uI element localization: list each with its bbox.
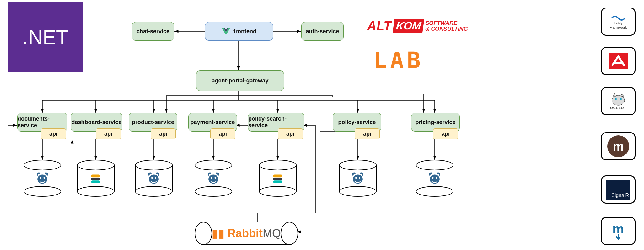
- rabbitmq-label-2: MQ: [263, 227, 281, 240]
- svg-text:m: m: [612, 221, 624, 236]
- node-chat-service: chat-service: [132, 22, 174, 41]
- vue-icon: [222, 28, 230, 35]
- altkom-logo: ALT KOM SOFTWARE & CONSULTING: [367, 19, 468, 33]
- api-badge-product: api: [151, 128, 176, 139]
- lab-logo: LAB: [373, 47, 424, 73]
- node-frontend: frontend: [205, 22, 273, 41]
- dashboard-service-label: dashboard-service: [71, 119, 121, 126]
- postgres-icon: [351, 171, 365, 189]
- node-auth-service: auth-service: [301, 22, 344, 41]
- svg-marker-32: [613, 93, 616, 96]
- svg-point-31: [620, 98, 622, 100]
- elastic-icon: [89, 171, 103, 189]
- db-documents: [24, 160, 61, 197]
- elastic-icon: [271, 171, 285, 189]
- product-service-label: product-service: [132, 119, 174, 126]
- svg-marker-33: [621, 93, 624, 96]
- postgres-icon: [427, 171, 442, 189]
- lab-label: LAB: [373, 47, 424, 73]
- tile-mediatr: m: [601, 217, 636, 245]
- svg-point-30: [615, 98, 617, 100]
- ocelot-icon: [609, 92, 628, 106]
- pricing-service-label: pricing-service: [415, 119, 455, 126]
- marten-label: m: [613, 139, 624, 154]
- dotnet-wave-icon: [611, 14, 625, 21]
- nhibernate-icon: [607, 52, 629, 70]
- rabbit-icon: ▮▮: [212, 227, 224, 240]
- dotnet-logo: .NET: [8, 2, 83, 72]
- documents-service-label: documents-service: [18, 116, 67, 129]
- payment-service-label: payment-service: [190, 119, 235, 126]
- tile-entity-framework: Entity Framework: [601, 8, 636, 36]
- db-dashboard: [77, 160, 115, 197]
- db-product: [135, 160, 173, 197]
- api-badge-pricing: api: [433, 128, 458, 139]
- gateway-label: agent-portal-gateway: [212, 77, 268, 84]
- api-badge-policy-search: api: [278, 128, 303, 139]
- ef-line1: Entity: [614, 21, 623, 25]
- tile-nhibernate: [601, 47, 636, 75]
- altkom-tag2: & CONSULTING: [425, 26, 468, 32]
- auth-service-label: auth-service: [306, 28, 339, 35]
- api-badge-dashboard: api: [96, 128, 121, 139]
- svg-point-29: [612, 95, 625, 105]
- rabbitmq-label-1: Rabbit: [228, 227, 263, 240]
- dotnet-label: .NET: [23, 26, 68, 49]
- node-gateway: agent-portal-gateway: [196, 70, 284, 91]
- mediatr-icon: m: [607, 221, 629, 240]
- api-badge-policy: api: [355, 128, 380, 139]
- db-policy-search: [259, 160, 297, 197]
- tile-signalr: SignalR: [601, 175, 636, 204]
- db-pricing: [416, 160, 453, 197]
- altkom-tag1: SOFTWARE: [425, 20, 468, 26]
- altkom-kom: KOM: [393, 19, 424, 33]
- api-badge-payment: api: [210, 128, 235, 139]
- altkom-alt: ALT: [367, 19, 392, 33]
- postgres-icon: [35, 171, 50, 189]
- signalr-label: SignalR: [611, 193, 629, 198]
- policy-search-service-label: policy-search-service: [248, 116, 304, 129]
- ocelot-label: OCELOT: [610, 106, 626, 110]
- ef-line2: Framework: [609, 25, 627, 29]
- architecture-diagram: .NET chat-service frontend auth-service …: [0, 0, 644, 250]
- queue-rabbitmq: ▮▮ RabbitMQ: [195, 222, 298, 245]
- db-policy: [339, 160, 377, 197]
- api-badge-documents: api: [41, 128, 66, 139]
- tile-ocelot: OCELOT: [601, 87, 636, 115]
- policy-service-label: policy-service: [338, 119, 376, 126]
- db-payment: [195, 160, 232, 197]
- frontend-label: frontend: [233, 28, 256, 35]
- postgres-icon: [147, 171, 161, 189]
- tile-marten: m: [601, 132, 636, 160]
- chat-service-label: chat-service: [137, 28, 169, 35]
- postgres-icon: [206, 171, 221, 189]
